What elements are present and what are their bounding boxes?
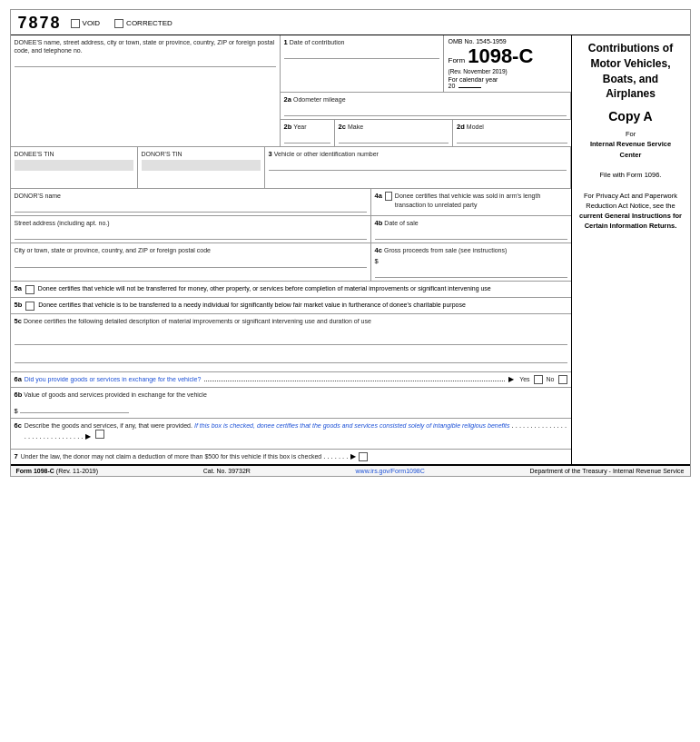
date-omb-row: 1 Date of contribution OMB No. 1545-1959… bbox=[281, 35, 571, 93]
section6a-row: 6a Did you provide goods or services in … bbox=[11, 372, 571, 388]
donor-city-row: City or town, state or province, country… bbox=[11, 243, 571, 281]
instructions-label: current General Instructions for Certain… bbox=[579, 212, 682, 230]
donor-name-row: DONOR'S name 4a Donee certifies that veh… bbox=[11, 189, 571, 216]
void-checkbox-group[interactable]: VOID bbox=[71, 19, 101, 28]
title-line4: Airplanes bbox=[606, 87, 656, 100]
donor-tin-label: DONOR'S TIN bbox=[142, 150, 261, 158]
vehicle-id-input[interactable] bbox=[269, 160, 567, 171]
footer-dept: Department of the Treasury - Internal Re… bbox=[529, 468, 684, 474]
odo-block: 2a Odometer mileage bbox=[281, 93, 571, 119]
make-input[interactable] bbox=[339, 133, 449, 143]
footer-website: www.irs.gov/Form1098C bbox=[356, 468, 425, 474]
odo-input[interactable] bbox=[284, 105, 567, 116]
city-state-input[interactable] bbox=[15, 257, 367, 268]
field5b-number: 5b bbox=[15, 301, 23, 309]
title-line1: Contributions of bbox=[588, 42, 673, 54]
no-checkbox[interactable] bbox=[558, 375, 567, 384]
footer-cat: Cat. No. 39732R bbox=[203, 468, 251, 474]
rev-note: (Rev. November 2019) bbox=[449, 68, 567, 74]
main-body: DONEE'S name, street address, city or to… bbox=[11, 35, 690, 464]
cal-year-input[interactable] bbox=[458, 87, 481, 88]
field4c-dollar: $ bbox=[375, 257, 379, 265]
irs-label: Internal Revenue Service Center bbox=[590, 140, 671, 158]
make-cell: 2c Make bbox=[335, 120, 454, 146]
donee-name-line[interactable] bbox=[15, 56, 276, 67]
city-state-label: City or town, state or province, country… bbox=[15, 246, 367, 254]
field4a-checkbox[interactable] bbox=[385, 192, 392, 201]
yes-label: Yes bbox=[519, 375, 529, 383]
right-description: For Internal Revenue Service Center File… bbox=[579, 129, 683, 232]
void-checkbox[interactable] bbox=[71, 19, 80, 28]
yes-checkbox[interactable] bbox=[534, 375, 543, 384]
field6b-number: 6b bbox=[15, 391, 23, 399]
field4b-cell: 4b Date of sale bbox=[371, 216, 571, 242]
field4c-label: Gross proceeds from sale (see instructio… bbox=[384, 247, 507, 253]
donee-block: DONEE'S name, street address, city or to… bbox=[11, 35, 281, 146]
corrected-checkbox-group[interactable]: CORRECTED bbox=[114, 19, 173, 28]
form-number: 7878 bbox=[18, 14, 62, 33]
donee-tin-cell: DONEE'S TIN bbox=[11, 147, 138, 188]
corrected-label: CORRECTED bbox=[126, 19, 173, 27]
donor-name-label: DONOR'S name bbox=[15, 192, 367, 200]
form-id: 1098-C bbox=[468, 45, 533, 68]
field7-checkbox[interactable] bbox=[359, 452, 368, 461]
field6b-text: Value of goods and services provided in … bbox=[24, 391, 206, 398]
gross-proceeds-input[interactable] bbox=[375, 267, 567, 278]
donee-tin-input[interactable] bbox=[15, 160, 133, 171]
field2b-number: 2b bbox=[284, 123, 292, 131]
date-input[interactable] bbox=[284, 48, 439, 59]
date-block: 1 Date of contribution bbox=[281, 35, 444, 92]
donor-tin-input[interactable] bbox=[142, 160, 261, 171]
field7-number: 7 bbox=[15, 452, 18, 460]
omb-number: OMB No. 1545-1959 bbox=[449, 38, 567, 45]
donor-street-row: Street address (including apt. no.) 4b D… bbox=[11, 216, 571, 243]
field5c-input-1[interactable] bbox=[15, 334, 567, 345]
field6c-number: 6c bbox=[15, 421, 22, 430]
footer-form-label: Form 1098-C (Rev. 11-2019) bbox=[16, 468, 99, 474]
field2a-label: Odometer mileage bbox=[293, 96, 346, 103]
file-label: File with Form 1096. bbox=[600, 171, 662, 179]
top-header: 7878 VOID CORRECTED bbox=[11, 10, 690, 35]
form-left: DONEE'S name, street address, city or to… bbox=[11, 35, 572, 464]
copy-a-label: Copy A bbox=[579, 109, 683, 124]
field6c-checkbox[interactable] bbox=[95, 430, 104, 439]
year-input[interactable] bbox=[284, 133, 330, 143]
donor-name-input[interactable] bbox=[15, 202, 367, 213]
void-corrected-section: VOID CORRECTED bbox=[71, 19, 173, 28]
field2d-number: 2d bbox=[457, 123, 465, 131]
donor-tin-cell: DONOR'S TIN bbox=[138, 147, 265, 188]
street-address-cell: Street address (including apt. no.) bbox=[11, 216, 371, 242]
field5a-checkbox[interactable] bbox=[25, 285, 35, 294]
for-label: For bbox=[626, 130, 636, 138]
field5c-input-2[interactable] bbox=[15, 352, 567, 363]
field5a-text: Donee certifies that vehicle will not be… bbox=[38, 284, 567, 293]
date-sale-input[interactable] bbox=[375, 229, 567, 240]
street-address-label: Street address (including apt. no.) bbox=[15, 219, 367, 227]
field7-arrow: ▶ bbox=[350, 452, 356, 460]
field5b-checkbox[interactable] bbox=[25, 302, 35, 311]
field3-number: 3 bbox=[269, 150, 272, 158]
field5c-number: 5c bbox=[15, 317, 22, 325]
field6b-input[interactable] bbox=[20, 402, 129, 413]
field2c-number: 2c bbox=[339, 123, 346, 131]
field6a-number: 6a bbox=[15, 375, 22, 383]
field3-label: Vehicle or other identification number bbox=[274, 151, 379, 157]
model-cell: 2d Model bbox=[453, 120, 571, 146]
section5a-row: 5a Donee certifies that vehicle will not… bbox=[11, 282, 571, 298]
right-blocks: 1 Date of contribution OMB No. 1545-1959… bbox=[281, 35, 571, 146]
omb-block: OMB No. 1545-1959 Form 1098-C (Rev. Nove… bbox=[444, 35, 571, 92]
corrected-checkbox[interactable] bbox=[114, 19, 123, 28]
section5b-row: 5b Donee certifies that vehicle is to be… bbox=[11, 298, 571, 314]
model-input[interactable] bbox=[457, 133, 567, 143]
year-make-model-row: 2b Year 2c Make 2d Model bbox=[281, 120, 571, 146]
field1-number: 1 bbox=[284, 38, 288, 46]
field5c-text: Donee certifies the following detailed d… bbox=[24, 318, 371, 324]
street-address-input[interactable] bbox=[15, 229, 367, 240]
top-section: DONEE'S name, street address, city or to… bbox=[11, 35, 571, 147]
void-label: VOID bbox=[83, 19, 101, 27]
form-right: Contributions of Motor Vehicles, Boats, … bbox=[572, 35, 690, 464]
yes-no-block: Yes No bbox=[519, 375, 567, 384]
year-cell: 2b Year bbox=[281, 120, 335, 146]
city-state-cell: City or town, state or province, country… bbox=[11, 243, 371, 280]
privacy-label: For Privacy Act and Paperwork Reduction … bbox=[584, 192, 677, 210]
